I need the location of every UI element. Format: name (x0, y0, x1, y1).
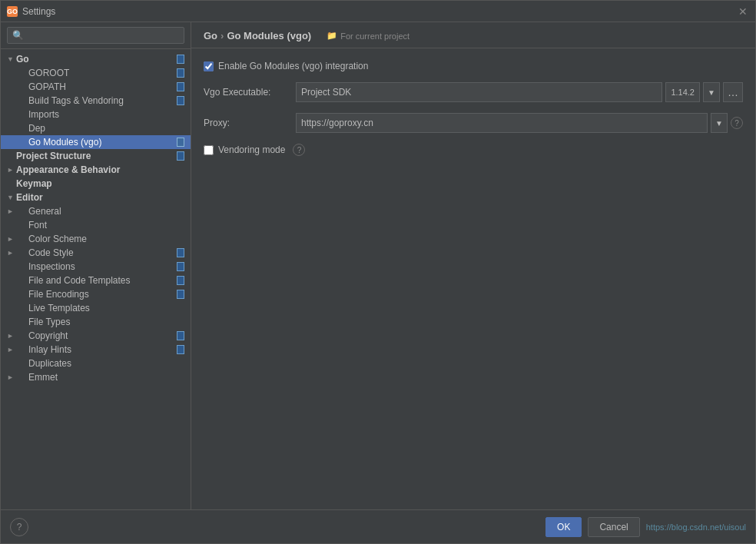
panel-header: Go › Go Modules (vgo) 📁 For current proj… (191, 22, 755, 48)
sidebar-item-inspections-label: Inspections (28, 261, 75, 272)
title-bar: GO Settings ✕ (1, 1, 755, 22)
inspections-page-icon (177, 262, 184, 271)
panel-body: Enable Go Modules (vgo) integration Vgo … (191, 48, 755, 509)
go-arrow: ▼ (7, 55, 16, 63)
vendoring-checkbox-row: Vendoring mode ? (204, 144, 743, 156)
proxy-control-group: ▼ ? (296, 113, 743, 133)
vendoring-help-icon[interactable]: ? (293, 144, 305, 156)
sidebar-item-file-encodings[interactable]: File Encodings (1, 287, 191, 301)
proxy-row: Proxy: ▼ ? (204, 113, 743, 133)
enable-checkbox-row: Enable Go Modules (vgo) integration (204, 61, 743, 71)
vgo-dropdown-btn[interactable]: ▼ (703, 82, 720, 102)
sidebar-item-dep-label: Dep (28, 123, 45, 134)
sidebar-item-imports[interactable]: Imports (1, 108, 191, 121)
cancel-button[interactable]: Cancel (588, 517, 639, 537)
search-box (1, 22, 191, 49)
sidebar-item-inlay-hints-label: Inlay Hints (28, 344, 71, 355)
sidebar-item-project-structure-label: Project Structure (16, 151, 91, 161)
sidebar-item-dep[interactable]: Dep (1, 121, 191, 135)
vgo-control-group: 1.14.2 ▼ … (296, 82, 743, 102)
settings-tree: ▼ Go GOROOT GOPATH (1, 49, 191, 509)
vgo-version-badge: 1.14.2 (665, 82, 700, 102)
window-title: Settings (22, 6, 55, 17)
enable-checkbox[interactable] (204, 61, 214, 71)
ok-button[interactable]: OK (545, 517, 582, 537)
sidebar-item-live-templates-label: Live Templates (28, 303, 90, 313)
right-panel: Go › Go Modules (vgo) 📁 For current proj… (191, 22, 755, 509)
proxy-input[interactable] (296, 113, 708, 133)
sidebar-item-general[interactable]: ► General (1, 204, 191, 218)
sidebar-item-copyright[interactable]: ► Copyright (1, 329, 191, 343)
emmet-arrow: ► (7, 373, 16, 381)
sidebar-item-appearance-label: Appearance & Behavior (16, 164, 120, 175)
sidebar-item-code-style-label: Code Style (28, 247, 74, 258)
sidebar-item-inlay-hints[interactable]: ► Inlay Hints (1, 343, 191, 357)
title-bar-left: GO Settings (7, 6, 55, 17)
project-structure-page-icon (177, 151, 184, 161)
go-page-icon (177, 55, 184, 64)
project-icon: 📁 (327, 31, 337, 41)
sidebar-item-file-types[interactable]: File Types (1, 315, 191, 329)
enable-label: Enable Go Modules (vgo) integration (218, 61, 368, 71)
build-tags-page-icon (177, 96, 184, 105)
vendoring-checkbox[interactable] (204, 145, 214, 155)
proxy-help-icon[interactable]: ? (731, 117, 743, 129)
action-buttons: OK Cancel https://blog.csdn.net/uisoul (545, 517, 746, 537)
close-button[interactable]: ✕ (737, 5, 749, 18)
sidebar-item-font-label: Font (28, 220, 47, 231)
sidebar-item-emmet-label: Emmet (28, 372, 58, 383)
sidebar-item-color-scheme-label: Color Scheme (28, 234, 87, 244)
for-project: 📁 For current project (327, 31, 410, 41)
general-arrow: ► (7, 207, 16, 215)
sidebar-item-goroot-label: GOROOT (28, 68, 69, 78)
vendoring-label: Vendoring mode (218, 144, 285, 155)
breadcrumb-child: Go Modules (vgo) (227, 30, 311, 41)
sidebar-item-keymap-label: Keymap (16, 178, 52, 189)
breadcrumb: Go › Go Modules (vgo) (204, 30, 311, 41)
sidebar-item-go[interactable]: ▼ Go (1, 52, 191, 66)
sidebar-item-gopath-label: GOPATH (28, 81, 66, 92)
sidebar-item-project-structure[interactable]: Project Structure (1, 149, 191, 163)
settings-window: GO Settings ✕ ▼ Go GO (0, 0, 756, 544)
gopath-page-icon (177, 82, 184, 91)
inlay-hints-arrow: ► (7, 346, 16, 353)
sidebar-item-go-modules-label: Go Modules (vgo) (28, 137, 101, 148)
code-style-page-icon (177, 248, 184, 257)
main-content: ▼ Go GOROOT GOPATH (1, 22, 755, 509)
sidebar-item-live-templates[interactable]: Live Templates (1, 301, 191, 315)
vgo-executable-row: Vgo Executable: 1.14.2 ▼ … (204, 82, 743, 102)
bottom-bar: ? OK Cancel https://blog.csdn.net/uisoul (1, 509, 755, 543)
sidebar-item-build-tags[interactable]: Build Tags & Vendoring (1, 94, 191, 108)
sidebar-item-color-scheme[interactable]: ► Color Scheme (1, 232, 191, 246)
code-style-arrow: ► (7, 249, 16, 257)
go-modules-page-icon (177, 138, 184, 147)
breadcrumb-root: Go (204, 30, 217, 41)
sidebar-item-editor[interactable]: ▼ Editor (1, 191, 191, 204)
copyright-arrow: ► (7, 332, 16, 340)
sidebar-item-file-code-templates[interactable]: File and Code Templates (1, 274, 191, 287)
sidebar-item-keymap[interactable]: Keymap (1, 177, 191, 191)
sidebar-item-font[interactable]: Font (1, 218, 191, 232)
proxy-dropdown-btn[interactable]: ▼ (711, 113, 728, 133)
sidebar-item-emmet[interactable]: ► Emmet (1, 370, 191, 384)
help-button[interactable]: ? (10, 518, 28, 536)
sidebar-item-go-modules[interactable]: Go Modules (vgo) (1, 135, 191, 149)
editor-arrow: ▼ (7, 194, 16, 201)
sidebar-item-gopath[interactable]: GOPATH (1, 80, 191, 94)
inlay-hints-page-icon (177, 345, 184, 354)
sidebar-item-go-label: Go (16, 54, 29, 65)
sidebar-item-file-encodings-label: File Encodings (28, 289, 89, 300)
sidebar-item-code-style[interactable]: ► Code Style (1, 246, 191, 260)
sidebar-item-inspections[interactable]: Inspections (1, 260, 191, 274)
sidebar: ▼ Go GOROOT GOPATH (1, 22, 191, 509)
sidebar-item-duplicates[interactable]: Duplicates (1, 357, 191, 370)
sidebar-item-build-tags-label: Build Tags & Vendoring (28, 95, 124, 106)
for-project-label: For current project (340, 32, 410, 41)
sidebar-item-goroot[interactable]: GOROOT (1, 66, 191, 80)
search-input[interactable] (7, 27, 184, 44)
sidebar-item-duplicates-label: Duplicates (28, 358, 71, 369)
vgo-more-btn[interactable]: … (723, 82, 743, 102)
copyright-page-icon (177, 331, 184, 340)
sidebar-item-appearance[interactable]: ► Appearance & Behavior (1, 163, 191, 177)
vgo-input[interactable] (296, 82, 662, 102)
